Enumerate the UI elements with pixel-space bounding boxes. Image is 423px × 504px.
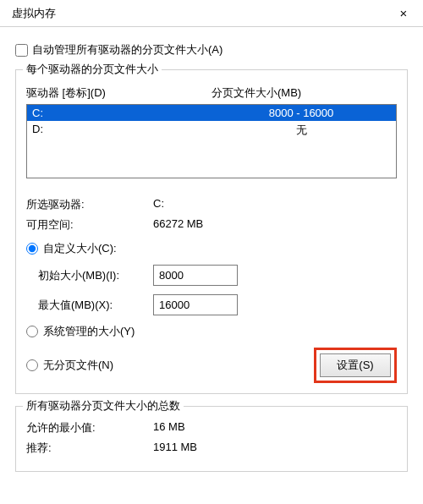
close-icon[interactable]: × bbox=[391, 6, 416, 20]
min-label: 允许的最小值: bbox=[26, 420, 153, 436]
set-button-highlight: 设置(S) bbox=[314, 348, 397, 383]
size-cell: 8000 - 16000 bbox=[212, 107, 391, 119]
system-managed-radio[interactable] bbox=[26, 326, 38, 337]
selected-drive-label: 所选驱动器: bbox=[26, 197, 153, 212]
set-button[interactable]: 设置(S) bbox=[320, 353, 391, 377]
col-size-header: 分页文件大小(MB) bbox=[212, 85, 397, 101]
free-space-row: 可用空间: 66272 MB bbox=[26, 217, 397, 233]
custom-size-radio-row[interactable]: 自定义大小(C): bbox=[26, 241, 397, 256]
initial-size-input[interactable] bbox=[153, 265, 238, 286]
max-size-row: 最大值(MB)(X): bbox=[26, 294, 397, 315]
drive-list-header: 驱动器 [卷标](D) 分页文件大小(MB) bbox=[26, 85, 397, 101]
rec-value: 1911 MB bbox=[153, 441, 197, 456]
drive-list[interactable]: C: 8000 - 16000 D: 无 bbox=[26, 104, 397, 178]
automanage-checkbox[interactable] bbox=[15, 44, 28, 57]
custom-size-radio[interactable] bbox=[26, 243, 38, 255]
group-totals: 所有驱动器分页文件大小的总数 允许的最小值: 16 MB 推荐: 1911 MB bbox=[15, 406, 408, 472]
max-size-label: 最大值(MB)(X): bbox=[26, 298, 153, 313]
titlebar: 虚拟内存 × bbox=[0, 0, 423, 27]
rec-row: 推荐: 1911 MB bbox=[26, 441, 397, 456]
min-row: 允许的最小值: 16 MB bbox=[26, 420, 397, 436]
initial-size-row: 初始大小(MB)(I): bbox=[26, 265, 397, 286]
col-drive-header: 驱动器 [卷标](D) bbox=[26, 85, 212, 101]
free-space-value: 66272 MB bbox=[153, 217, 203, 233]
list-item[interactable]: D: 无 bbox=[27, 121, 396, 140]
no-paging-radio-row[interactable]: 无分页文件(N) bbox=[26, 358, 113, 373]
system-managed-radio-row[interactable]: 系统管理的大小(Y) bbox=[26, 324, 397, 339]
no-paging-label: 无分页文件(N) bbox=[43, 358, 113, 373]
automanage-label: 自动管理所有驱动器的分页文件大小(A) bbox=[32, 42, 222, 58]
automanage-checkbox-row[interactable]: 自动管理所有驱动器的分页文件大小(A) bbox=[15, 42, 408, 58]
window-title: 虚拟内存 bbox=[12, 6, 56, 21]
selected-drive-value: C: bbox=[153, 197, 164, 212]
group-per-drive-title: 每个驱动器的分页文件大小 bbox=[23, 62, 162, 77]
group-per-drive: 每个驱动器的分页文件大小 驱动器 [卷标](D) 分页文件大小(MB) C: 8… bbox=[15, 69, 408, 394]
drive-cell: D: bbox=[32, 123, 212, 138]
selected-drive-row: 所选驱动器: C: bbox=[26, 197, 397, 212]
max-size-input[interactable] bbox=[153, 294, 238, 315]
initial-size-label: 初始大小(MB)(I): bbox=[26, 268, 153, 283]
custom-size-label: 自定义大小(C): bbox=[43, 241, 117, 256]
drive-cell: C: bbox=[32, 107, 212, 119]
content: 自动管理所有驱动器的分页文件大小(A) 每个驱动器的分页文件大小 驱动器 [卷标… bbox=[0, 27, 423, 472]
no-paging-radio[interactable] bbox=[26, 359, 38, 371]
group-totals-title: 所有驱动器分页文件大小的总数 bbox=[23, 398, 184, 414]
rec-label: 推荐: bbox=[26, 441, 153, 456]
list-item[interactable]: C: 8000 - 16000 bbox=[27, 105, 396, 121]
free-space-label: 可用空间: bbox=[26, 217, 153, 233]
size-cell: 无 bbox=[212, 123, 391, 138]
min-value: 16 MB bbox=[153, 420, 185, 436]
system-managed-label: 系统管理的大小(Y) bbox=[43, 324, 135, 339]
